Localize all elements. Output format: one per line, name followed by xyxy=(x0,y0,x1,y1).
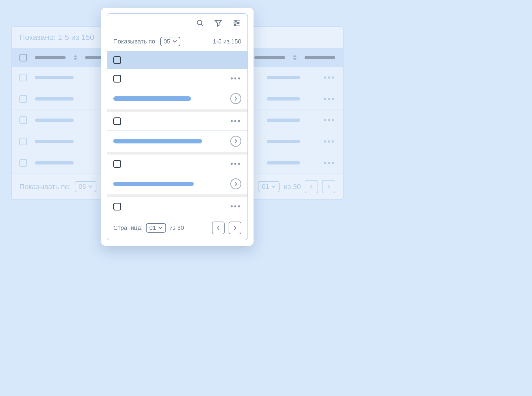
list-item: ••• xyxy=(107,112,247,155)
page-label: Страница: xyxy=(113,224,143,232)
mobile-card-shell: Показывать по: 05 1-5 из 150 ••• xyxy=(101,8,254,246)
select-all-checkbox[interactable] xyxy=(19,54,27,61)
per-page-label: Показывать по: xyxy=(113,38,157,45)
cell-placeholder xyxy=(267,97,300,101)
chevron-down-icon xyxy=(173,39,177,44)
svg-point-15 xyxy=(234,24,236,26)
of-pages-label: из 30 xyxy=(169,224,184,232)
cell-placeholder xyxy=(35,97,74,101)
expand-button[interactable] xyxy=(230,93,241,104)
more-icon[interactable]: ••• xyxy=(231,74,241,83)
select-all-checkbox[interactable] xyxy=(113,56,121,64)
mobile-toolbar xyxy=(107,14,247,32)
expand-button[interactable] xyxy=(230,178,241,189)
prev-page-button[interactable] xyxy=(212,222,225,234)
row-checkbox[interactable] xyxy=(19,159,27,167)
next-page-button[interactable] xyxy=(229,222,241,234)
page-value: 01 xyxy=(149,224,156,232)
svg-point-11 xyxy=(235,20,236,22)
chevron-down-icon xyxy=(271,184,276,189)
cell-placeholder xyxy=(35,140,74,143)
more-icon[interactable]: ••• xyxy=(324,94,335,103)
row-checkbox[interactable] xyxy=(19,74,27,81)
page-value: 01 xyxy=(262,183,269,191)
cell-placeholder xyxy=(267,119,300,122)
row-checkbox[interactable] xyxy=(113,160,121,168)
settings-sliders-icon[interactable] xyxy=(232,19,241,27)
mobile-controls: Показывать по: 05 1-5 из 150 xyxy=(107,32,247,51)
per-page-value: 05 xyxy=(163,38,170,45)
mobile-footer: Страница: 01 из 30 xyxy=(107,216,247,240)
column-header[interactable] xyxy=(305,56,335,59)
more-icon[interactable]: ••• xyxy=(231,160,241,168)
cell-placeholder xyxy=(35,76,74,79)
row-checkbox[interactable] xyxy=(113,203,121,210)
mobile-list-card: Показывать по: 05 1-5 из 150 ••• xyxy=(107,13,248,240)
cell-placeholder xyxy=(267,161,300,164)
sort-icon[interactable] xyxy=(293,55,297,61)
row-checkbox[interactable] xyxy=(19,116,27,124)
more-icon[interactable]: ••• xyxy=(231,202,241,211)
row-checkbox[interactable] xyxy=(19,95,27,103)
row-checkbox[interactable] xyxy=(19,138,27,145)
mobile-list-header xyxy=(107,51,247,69)
chevron-down-icon xyxy=(158,226,163,230)
sort-icon[interactable] xyxy=(73,55,77,61)
svg-line-9 xyxy=(201,24,203,26)
cell-placeholder xyxy=(267,76,300,79)
content-placeholder xyxy=(113,139,202,143)
row-checkbox[interactable] xyxy=(113,75,121,83)
cell-placeholder xyxy=(35,119,74,122)
prev-page-button[interactable] xyxy=(305,180,318,193)
per-page-value: 05 xyxy=(79,183,86,191)
cell-placeholder xyxy=(267,140,300,143)
chevron-down-icon xyxy=(88,184,93,189)
svg-point-8 xyxy=(197,20,202,25)
of-pages-label: из 30 xyxy=(283,182,301,191)
row-checkbox[interactable] xyxy=(113,117,121,125)
per-page-select[interactable]: 05 xyxy=(75,181,97,192)
more-icon[interactable]: ••• xyxy=(324,116,335,125)
column-header[interactable] xyxy=(35,56,66,59)
list-item: ••• xyxy=(107,197,247,216)
more-icon[interactable]: ••• xyxy=(231,117,241,125)
page-select[interactable]: 01 xyxy=(258,181,280,192)
expand-button[interactable] xyxy=(230,136,241,147)
shown-count-label: Показано: 1-5 из 150 xyxy=(19,33,94,42)
more-icon[interactable]: ••• xyxy=(324,137,335,146)
per-page-select[interactable]: 05 xyxy=(160,37,180,46)
more-icon[interactable]: ••• xyxy=(324,73,335,82)
content-placeholder xyxy=(113,182,194,186)
next-page-button[interactable] xyxy=(322,180,335,193)
cell-placeholder xyxy=(35,161,74,164)
list-item: ••• xyxy=(107,155,247,197)
more-icon[interactable]: ••• xyxy=(324,158,335,167)
per-page-label: Показывать по: xyxy=(19,182,71,191)
search-icon[interactable] xyxy=(196,19,204,27)
range-label: 1-5 из 150 xyxy=(213,38,241,45)
list-item: ••• xyxy=(107,69,247,112)
column-header[interactable] xyxy=(254,56,285,59)
content-placeholder xyxy=(113,96,191,101)
filter-icon[interactable] xyxy=(214,19,222,27)
svg-point-13 xyxy=(237,22,239,24)
page-select[interactable]: 01 xyxy=(146,223,166,233)
